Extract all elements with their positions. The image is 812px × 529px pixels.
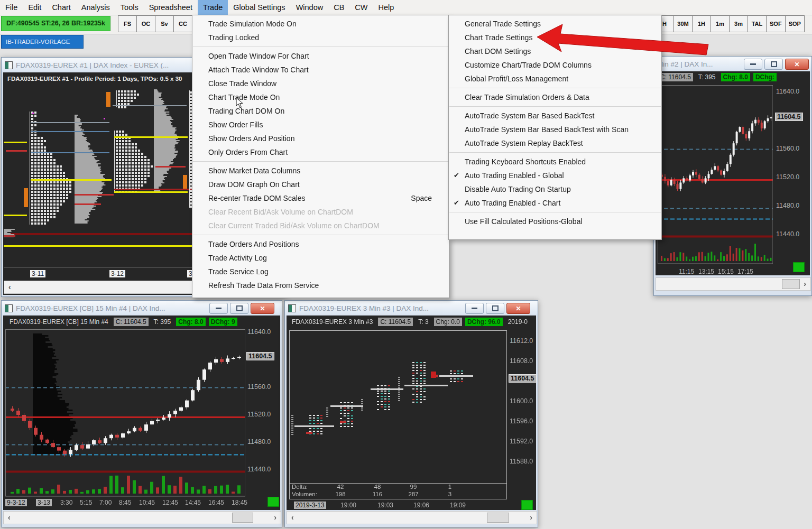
toolbar-button-oc[interactable]: OC: [136, 15, 155, 32]
trade-menu-item-chart-trade-mode-on[interactable]: Chart Trade Mode On: [192, 90, 449, 104]
submenu-item-trading-keyboard-shortcuts-enabled[interactable]: Trading Keyboard Shortcuts Enabled: [449, 155, 661, 169]
menu-trade[interactable]: Trade: [198, 0, 228, 15]
maximize-button[interactable]: [486, 303, 504, 314]
trade-menu-item-refresh-trade-data-from-service[interactable]: Refresh Trade Data From Service: [192, 279, 449, 292]
price-tick: 11596.0: [510, 417, 533, 425]
menu-analysis[interactable]: Analysis: [76, 0, 115, 15]
close-button[interactable]: ✕: [506, 303, 530, 314]
toolbar-button-3m[interactable]: 3m: [729, 15, 748, 32]
trade-menu-item-trade-service-log[interactable]: Trade Service Log: [192, 265, 449, 279]
trade-menu-item-clear-current-traded-bid-ask-volume-on-chartdom[interactable]: Clear Current Traded Bid/Ask Volume on C…: [192, 219, 449, 233]
minimize-button[interactable]: [209, 303, 228, 314]
toolbar-button-sop[interactable]: SOP: [785, 15, 805, 32]
trade-menu: Trade Simulation Mode OnTrading LockedOp…: [192, 15, 449, 298]
close-button[interactable]: ✕: [785, 59, 809, 70]
info-2019-0: 2019-0: [506, 318, 530, 326]
trade-menu-item-show-order-fills[interactable]: Show Order Fills: [192, 118, 449, 132]
menu-global-settings[interactable]: Global Settings: [228, 0, 290, 15]
time-label: 5:15: [80, 499, 92, 506]
chart1-axis-line: [4, 267, 193, 267]
submenu-item-autotrade-system-replay-backtest[interactable]: AutoTrade System Replay BackTest: [449, 136, 661, 150]
toolbar-button-cc[interactable]: CC: [173, 15, 192, 32]
trade-menu-item-only-orders-from-chart[interactable]: Only Orders From Chart: [192, 145, 449, 159]
submenu-item-disable-auto-trading-on-startup[interactable]: Disable Auto Trading On Startup: [449, 182, 661, 196]
close-button[interactable]: ✕: [251, 303, 274, 314]
info-chg: Chg: 8.0: [176, 318, 205, 326]
menu-spreadsheet[interactable]: Spreadsheet: [144, 0, 198, 15]
minimize-button[interactable]: [465, 303, 484, 314]
submenu-item-clear-trade-simulation-orders-data[interactable]: Clear Trade Simulation Orders & Data: [449, 90, 661, 104]
last-price-box: 11604.5: [246, 352, 274, 360]
scroll-left-icon[interactable]: ‹: [8, 512, 11, 523]
trade-menu-item-open-trade-window-for-chart[interactable]: Open Trade Window For Chart: [192, 49, 449, 63]
menu-cw[interactable]: CW: [349, 0, 373, 15]
menu-item-label: Open Trade Window For Chart: [208, 52, 309, 60]
chart2-window-buttons: ✕: [744, 59, 809, 70]
scroll-right-icon[interactable]: ›: [274, 512, 276, 523]
chart4-title: FDAX0319-EUREX [CB] 15 Min #4 | DAX Ind.…: [16, 304, 165, 312]
info-c: C: 11604.5: [114, 318, 149, 326]
toolbar-button-tal[interactable]: TAL: [748, 15, 767, 32]
menu-chart[interactable]: Chart: [47, 0, 76, 15]
trade-menu-item-close-trade-window[interactable]: Close Trade Window: [192, 77, 449, 90]
price-tick: 11480.0: [247, 438, 271, 446]
menu-edit[interactable]: Edit: [23, 0, 47, 15]
menu-item-label: Global Profit/Loss Management: [465, 75, 568, 83]
chart2-scrollbar[interactable]: ›: [656, 277, 811, 291]
chart3-scrollbar[interactable]: ‹ ›: [287, 511, 537, 524]
trade-menu-item-clear-recent-bid-ask-volume-on-chartdom[interactable]: Clear Recent Bid/Ask Volume on ChartDOM: [192, 205, 449, 219]
trade-menu-item-show-orders-and-position[interactable]: Show Orders And Position: [192, 132, 449, 145]
menu-item-label: Show Market Data Columns: [208, 166, 300, 175]
scroll-right-icon[interactable]: ›: [530, 512, 532, 523]
scroll-left-icon[interactable]: ‹: [291, 512, 294, 523]
checkmark-icon: ✔: [454, 196, 459, 210]
chart3-info-row: FDAX0319-EUREX 3 Min #3C: 11604.5T: 3Chg…: [290, 318, 530, 326]
menu-item-label: Trading Chart DOM On: [208, 107, 284, 115]
chart3-status-square: [521, 500, 533, 510]
menu-cb[interactable]: CB: [328, 0, 349, 15]
submenu-item-auto-trading-enabled-global[interactable]: ✔Auto Trading Enabled - Global: [449, 169, 661, 182]
chart4-scrollbar[interactable]: ‹ ›: [3, 511, 281, 524]
trade-menu-item-show-market-data-columns[interactable]: Show Market Data Columns: [192, 164, 449, 178]
scroll-right-icon[interactable]: ›: [804, 279, 806, 289]
submenu-item-auto-trading-enabled-chart[interactable]: ✔Auto Trading Enabled - Chart: [449, 196, 661, 210]
maximize-button[interactable]: [764, 59, 783, 70]
toolbar-button-sof[interactable]: SOF: [766, 15, 786, 32]
chart2-canvas[interactable]: [658, 85, 773, 265]
minimize-button[interactable]: [744, 59, 762, 70]
chart4-window-buttons: ✕: [209, 303, 274, 314]
menu-item-label: AutoTrade System Bar Based BackTest: [465, 112, 594, 120]
chart3-canvas[interactable]: [289, 330, 506, 478]
submenu-item-autotrade-system-bar-based-backtest-with-scan[interactable]: AutoTrade System Bar Based BackTest with…: [449, 123, 661, 136]
maximize-button[interactable]: [230, 303, 248, 314]
volume-row-label: Volumen:: [292, 491, 317, 497]
time-label: 3:30: [60, 499, 72, 506]
trade-menu-item-trade-orders-and-positions[interactable]: Trade Orders And Positions: [192, 237, 449, 251]
trade-menu-item-trading-locked[interactable]: Trading Locked: [192, 31, 449, 44]
time-label: 19:03: [377, 502, 393, 509]
submenu-item-global-profit-loss-management[interactable]: Global Profit/Loss Management: [449, 72, 661, 86]
trade-menu-item-trade-activity-log[interactable]: Trade Activity Log: [192, 251, 449, 265]
chart2-scroll-thumb[interactable]: [782, 279, 800, 289]
chart1-scrollbar[interactable]: ‹: [4, 281, 194, 294]
menu-item-label: Disable Auto Trading On Startup: [465, 185, 571, 193]
trade-menu-item-trade-simulation-mode-on[interactable]: Trade Simulation Mode On: [192, 17, 449, 31]
last-price-box: 11604.5: [509, 374, 537, 383]
submenu-item-autotrade-system-bar-based-backtest[interactable]: AutoTrade System Bar Based BackTest: [449, 109, 661, 123]
scroll-left-icon[interactable]: ‹: [8, 282, 11, 292]
template-tab[interactable]: IB-TRADER-VORLAGE: [1, 35, 84, 49]
trade-menu-item-re-center-trade-dom-scales[interactable]: Re-center Trade DOM ScalesSpace: [192, 191, 449, 205]
trade-menu-item-draw-dom-graph-on-chart[interactable]: Draw DOM Graph On Chart: [192, 178, 449, 191]
chart4-canvas[interactable]: [5, 329, 245, 497]
chart4-scroll-thumb[interactable]: [232, 513, 253, 523]
trade-menu-item-trading-chart-dom-on[interactable]: Trading Chart DOM On: [192, 104, 449, 118]
toolbar-button-sv[interactable]: Sv: [155, 15, 174, 32]
toolbar-button-fs[interactable]: FS: [118, 15, 137, 32]
trade-menu-item-attach-trade-window-to-chart[interactable]: Attach Trade Window To Chart: [192, 63, 449, 77]
menu-window[interactable]: Window: [291, 0, 329, 15]
menu-file[interactable]: File: [0, 0, 23, 15]
menu-tools[interactable]: Tools: [115, 0, 144, 15]
chart3-scroll-thumb[interactable]: [487, 513, 509, 523]
menu-help[interactable]: Help: [373, 0, 400, 15]
submenu-item-use-fill-calculated-positions-global[interactable]: Use Fill Calculated Positions-Global: [449, 215, 661, 228]
